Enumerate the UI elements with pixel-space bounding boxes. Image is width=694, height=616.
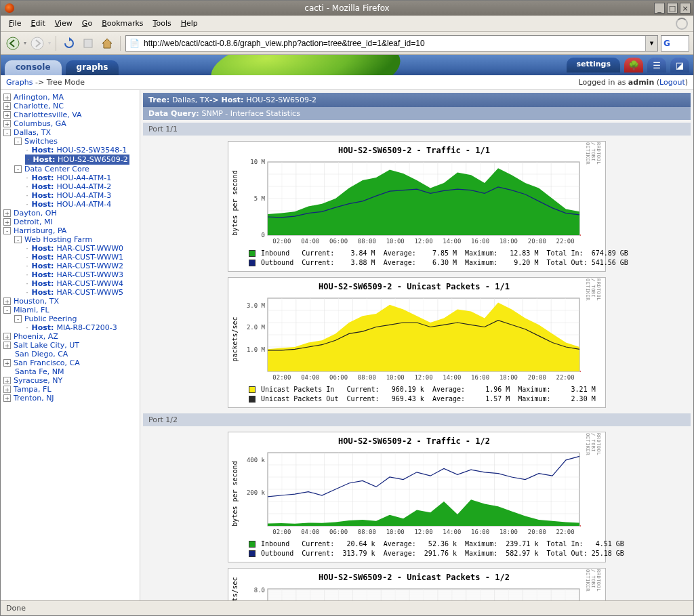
tree-expand[interactable]: + [3,342,11,349]
back-button[interactable] [5,35,21,52]
tree-host-MIA-R8-C7200-3[interactable]: MIA-R8-C7200-3 [56,323,117,332]
url-dropdown[interactable]: ▾ [645,36,657,51]
tree-expand[interactable]: - [3,306,11,314]
tree-view-icon[interactable]: 🌳 [624,58,643,73]
tree-item-charlotte-nc[interactable]: Charlotte, NC [14,102,64,110]
tab-graphs[interactable]: graphs [66,60,119,75]
header-port-1-2: Port 1/2 [143,413,691,426]
tree-host-HAR-CUST-WWW0[interactable]: HAR-CUST-WWW0 [56,244,123,253]
menu-view[interactable]: View [51,17,77,30]
minimize-button[interactable]: _ [654,3,665,14]
breadcrumb-mode: Tree Mode [47,78,85,87]
tree-expand[interactable]: + [3,209,11,217]
tab-console[interactable]: console [5,60,62,75]
tree-item-public-peering[interactable]: Public Peering [24,314,77,323]
tree-expand[interactable]: - [14,138,22,145]
graph-unicast11[interactable]: HOU-S2-SW6509-2 - Unicast Packets - 1/1p… [228,277,606,408]
svg-text:20:00: 20:00 [528,529,546,535]
tree-item-miami-fl[interactable]: Miami, FL [14,306,49,314]
tree-item-harrisburg-pa[interactable]: Harrisburg, PA [14,226,66,235]
tree-item-detroit-mi[interactable]: Detroit, MI [14,218,53,226]
tree-host-HAR-CUST-WWW3[interactable]: HAR-CUST-WWW3 [56,270,123,279]
reload-button[interactable] [61,35,77,52]
tab-settings[interactable]: settings [567,58,620,73]
tree-expand[interactable]: + [3,94,11,101]
tree-host-HOU-S2-SW6509-2[interactable]: HOU-S2-SW6509-2 [55,155,127,164]
menu-go[interactable]: Go [78,17,96,30]
svg-point-0 [7,37,19,49]
breadcrumb-graphs[interactable]: Graphs [6,78,33,87]
tree-item-santa-fe-nm[interactable]: Santa Fe, NM [15,367,64,376]
svg-text:16:00: 16:00 [471,374,489,381]
graph-traffic12[interactable]: HOU-S2-SW6509-2 - Traffic - 1/2bytes per… [228,432,606,562]
tree-expand[interactable]: - [14,236,22,243]
tree-item-houston-tx[interactable]: Houston, TX [14,297,59,306]
site-identity-icon[interactable]: 📄 [129,38,140,49]
svg-text:16:00: 16:00 [471,529,489,535]
forward-button[interactable] [29,35,45,52]
graph-traffic11[interactable]: HOU-S2-SW6509-2 - Traffic - 1/1bytes per… [228,141,606,272]
tree-item-dayton-oh[interactable]: Dayton, OH [14,209,57,218]
tree-item-syracuse-ny[interactable]: Syracuse, NY [14,376,62,385]
svg-text:16:00: 16:00 [471,238,489,245]
tree-item-san-francisco-ca[interactable]: San Francisco, CA [14,358,80,367]
tree-host-HOU-A4-ATM-3[interactable]: HOU-A4-ATM-3 [56,191,111,200]
search-icon[interactable]: G [664,39,670,48]
back-history-dropdown[interactable]: ▾ [24,40,26,46]
tree-item-salt-lake-city-ut[interactable]: Salt Lake City, UT [14,341,79,350]
tree-expand[interactable]: - [14,315,22,323]
tree-expand[interactable]: + [3,218,11,226]
tree-expand[interactable]: - [14,165,22,173]
tree-host-HOU-A4-ATM-1[interactable]: HOU-A4-ATM-1 [56,173,111,182]
tree-item-trenton-nj[interactable]: Trenton, NJ [14,394,54,403]
tree-host-HAR-CUST-WWW5[interactable]: HAR-CUST-WWW5 [56,288,123,297]
tree-item-columbus-ga[interactable]: Columbus, GA [14,119,66,128]
home-button[interactable] [99,35,115,52]
maximize-button[interactable]: □ [667,3,678,14]
tree-host-HAR-CUST-WWW1[interactable]: HAR-CUST-WWW1 [56,253,123,262]
menu-tools[interactable]: Tools [149,17,176,30]
preview-view-icon[interactable]: ◪ [670,58,689,73]
url-input[interactable] [142,37,645,49]
tree-expand[interactable]: + [3,377,11,384]
tree-item-tampa-fl[interactable]: Tampa, FL [14,385,52,394]
tree-host-HAR-CUST-WWW4[interactable]: HAR-CUST-WWW4 [56,279,123,288]
tree-expand[interactable]: + [3,297,11,305]
close-button[interactable]: × [680,3,691,14]
menu-help[interactable]: Help [177,17,202,30]
logout-link[interactable]: Logout [659,78,685,87]
tree-item-charlottesville-va[interactable]: Charlottesville, VA [14,110,82,119]
menu-file[interactable]: File [5,17,25,30]
tree-expand[interactable]: + [3,386,11,393]
tree-item-dallas-tx[interactable]: Dallas, TX [14,128,51,137]
tree-item-data-center-core[interactable]: Data Center Core [24,165,89,173]
graph-unicast12[interactable]: HOU-S2-SW6509-2 - Unicast Packets - 1/2p… [228,568,606,600]
tree-expand[interactable]: - [3,227,11,234]
search-input[interactable] [672,38,683,48]
tree-host-HOU-A4-ATM-4[interactable]: HOU-A4-ATM-4 [56,200,111,209]
svg-text:8.0: 8.0 [254,587,265,594]
tree-item-switches[interactable]: Switches [24,137,58,146]
list-view-icon[interactable]: ☰ [647,58,666,73]
svg-text:10:00: 10:00 [386,374,405,381]
tree-expand[interactable]: + [3,120,11,127]
tree-expand[interactable]: + [3,102,11,110]
tree-item-web-hosting-farm[interactable]: Web Hosting Farm [24,235,92,244]
svg-text:12:00: 12:00 [414,238,432,245]
tree-item-phoenix-az[interactable]: Phoenix, AZ [14,332,58,341]
tree-expand[interactable]: + [3,359,11,367]
tree-expand[interactable]: + [3,394,11,402]
tree-expand[interactable]: + [3,333,11,340]
menu-bookmarks[interactable]: Bookmarks [98,17,147,30]
tree-host-HOU-A4-ATM-2[interactable]: HOU-A4-ATM-2 [56,182,111,191]
tree-host-HAR-CUST-WWW2[interactable]: HAR-CUST-WWW2 [56,262,123,270]
stop-button[interactable] [80,35,96,52]
tree-host-HOU-S2-SW3548-1[interactable]: HOU-S2-SW3548-1 [56,146,127,155]
svg-text:5 M: 5 M [254,195,266,202]
tree-item-san-diego-ca[interactable]: San Diego, CA [15,350,68,358]
menu-edit[interactable]: Edit [26,17,49,30]
tree-expand[interactable]: + [3,111,11,119]
svg-text:02:00: 02:00 [272,238,291,245]
tree-item-arlington-ma[interactable]: Arlington, MA [14,93,64,102]
tree-expand[interactable]: - [3,129,11,136]
